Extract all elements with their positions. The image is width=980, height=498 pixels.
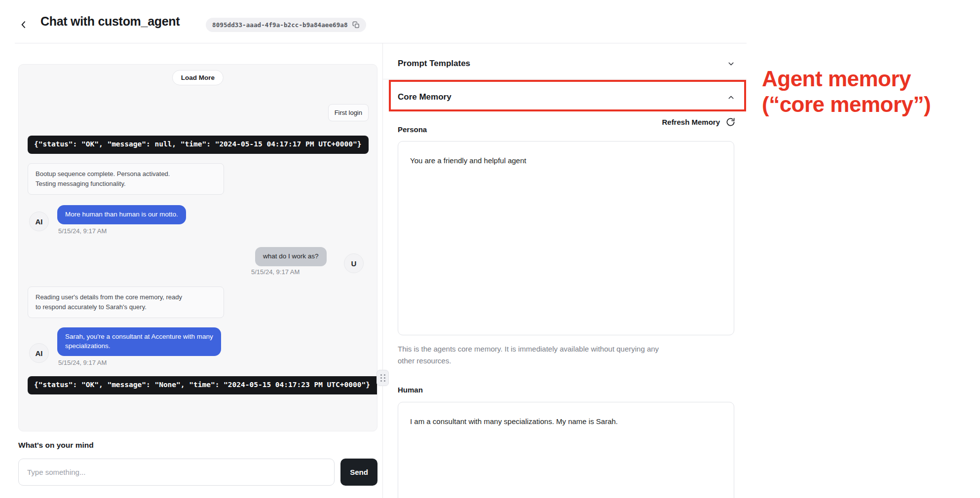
ai-avatar: AI [29,212,49,231]
message-timestamp: 5/15/24, 9:17 AM [58,227,107,235]
function-status-message: {"status": "OK", "message": null, "time"… [28,136,369,154]
chevron-down-icon [727,60,735,68]
persona-label: Persona [398,125,427,134]
message-timestamp: 5/15/24, 9:17 AM [251,268,300,276]
human-textarea[interactable]: I am a consultant with many specializati… [398,402,734,498]
message-timestamp: 5/15/24, 9:17 AM [58,359,107,366]
user-avatar: U [344,253,364,273]
page-title: Chat with custom_agent [40,14,180,29]
core-memory-title: Core Memory [398,92,452,102]
annotation-line-2: (“core memory”) [762,92,979,117]
refresh-memory-label: Refresh Memory [662,118,720,126]
refresh-memory-button[interactable]: Refresh Memory [398,117,735,127]
ai-message-bubble: Sarah, you're a consultant at Accenture … [57,327,221,356]
annotation-text: Agent memory (“core memory”) [762,66,979,117]
chat-panel: Load More First login {"status": "OK", "… [18,64,377,431]
core-memory-description: This is the agents core memory. It is im… [398,343,723,367]
back-chevron-icon [19,20,29,30]
persona-textarea[interactable]: You are a friendly and helpful agent [398,141,734,335]
send-button[interactable]: Send [340,459,377,486]
section-prompt-templates[interactable]: Prompt Templates [398,55,735,72]
section-core-memory[interactable]: Core Memory [398,89,735,106]
ai-avatar: AI [29,343,49,363]
human-label: Human [398,386,423,394]
refresh-icon [726,117,735,127]
agent-id-text: 8095dd33-aaad-4f9a-b2cc-b9a84aee69a8 [212,21,348,29]
copy-icon[interactable] [352,21,360,29]
section-divider [383,79,747,79]
drag-handle-icon[interactable] [377,370,389,386]
composer-label: What's on your mind [18,441,94,450]
inner-monologue-message: Reading user's details from the core mem… [28,286,224,318]
inner-monologue-message: Bootup sequence complete. Persona activa… [28,163,224,195]
annotation-line-1: Agent memory [762,66,979,92]
agent-id-badge: 8095dd33-aaad-4f9a-b2cc-b9a84aee69a8 [206,18,366,32]
panel-divider [382,43,383,498]
load-more-button[interactable]: Load More [172,70,224,85]
prompt-templates-title: Prompt Templates [398,59,470,69]
ai-message-bubble: More human than human is our motto. [57,205,186,224]
chevron-up-icon [727,93,735,102]
first-login-badge: First login [328,104,369,121]
header-divider [15,43,747,43]
message-input[interactable] [18,459,335,486]
function-status-message: {"status": "OK", "message": "None", "tim… [28,376,377,394]
back-button[interactable] [17,18,31,32]
user-message-bubble: what do I work as? [255,247,327,266]
